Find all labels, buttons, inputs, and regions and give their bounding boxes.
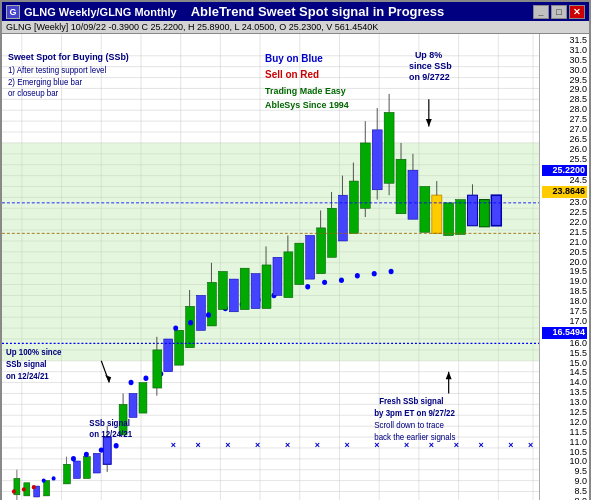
svg-rect-148 [328, 208, 337, 257]
svg-rect-101 [175, 330, 184, 365]
svg-text:×: × [528, 440, 534, 450]
svg-rect-174 [479, 200, 489, 227]
svg-text:2) Emerging blue bar: 2) Emerging blue bar [8, 77, 82, 87]
window-controls: _ □ ✕ [533, 5, 585, 19]
maximize-button[interactable]: □ [551, 5, 567, 19]
svg-point-69 [22, 487, 26, 491]
svg-rect-136 [229, 279, 238, 312]
svg-rect-90 [129, 393, 137, 417]
svg-rect-154 [360, 143, 370, 208]
chart-main: × × × × [2, 34, 539, 500]
svg-rect-152 [349, 181, 358, 233]
svg-rect-77 [93, 453, 100, 473]
svg-text:SSb signal: SSb signal [6, 359, 47, 369]
svg-text:by 3pm ET on 9/27/22: by 3pm ET on 9/27/22 [374, 408, 455, 418]
svg-rect-175 [491, 195, 501, 226]
close-button[interactable]: ✕ [569, 5, 585, 19]
svg-rect-171 [456, 200, 466, 235]
svg-rect-160 [384, 112, 394, 183]
svg-rect-168 [432, 195, 442, 233]
svg-point-117 [339, 277, 344, 282]
svg-text:on 9/2722: on 9/2722 [409, 71, 450, 81]
main-window: G GLNG Weekly/GLNG Monthly AbleTrend Swe… [0, 0, 591, 500]
svg-rect-163 [396, 159, 406, 213]
svg-text:Up 100% since: Up 100% since [6, 347, 62, 357]
chart-title-header: AbleTrend Sweet Spot signal in Progress [191, 4, 445, 19]
chart-area: × × × × [2, 34, 589, 500]
svg-rect-142 [284, 252, 293, 298]
svg-rect-150 [338, 195, 347, 241]
svg-rect-97 [153, 350, 162, 388]
svg-text:Sell on Red: Sell on Red [265, 68, 319, 79]
svg-text:since SSb: since SSb [409, 60, 452, 70]
svg-point-94 [129, 380, 134, 385]
minimize-button[interactable]: _ [533, 5, 549, 19]
svg-rect-135 [218, 271, 227, 309]
svg-text:×: × [255, 440, 261, 450]
svg-text:Sweet Spot for Buying (SSb): Sweet Spot for Buying (SSb) [8, 52, 129, 62]
svg-rect-91 [139, 383, 147, 414]
svg-rect-104 [197, 295, 206, 330]
svg-rect-165 [408, 170, 418, 219]
svg-rect-170 [444, 203, 454, 236]
svg-point-115 [305, 284, 310, 289]
svg-text:AbleSys Since 1994: AbleSys Since 1994 [265, 100, 350, 110]
svg-rect-144 [295, 243, 304, 284]
svg-point-107 [173, 325, 178, 330]
svg-rect-105 [207, 282, 216, 326]
svg-text:×: × [315, 440, 321, 450]
svg-rect-157 [372, 130, 382, 190]
info-bar: GLNG [Weekly] 10/09/22 -0.3900 C 25.2200… [2, 21, 589, 34]
svg-point-85 [84, 452, 89, 457]
chart-svg: × × × × [2, 34, 539, 500]
title-bar: G GLNG Weekly/GLNG Monthly AbleTrend Swe… [2, 2, 589, 21]
svg-text:Buy on Blue: Buy on Blue [265, 53, 323, 64]
window-title: GLNG Weekly/GLNG Monthly [24, 6, 177, 18]
price-255: 25.5 [542, 155, 587, 165]
svg-rect-78 [103, 437, 111, 464]
svg-rect-102 [186, 306, 195, 347]
svg-text:Fresh SSb signal: Fresh SSb signal [379, 396, 443, 406]
svg-rect-138 [251, 274, 260, 309]
svg-text:Scroll down to trace: Scroll down to trace [374, 420, 444, 430]
svg-text:Up 8%: Up 8% [415, 50, 443, 60]
svg-point-84 [71, 456, 76, 461]
svg-point-109 [206, 312, 211, 317]
svg-rect-167 [420, 187, 430, 233]
svg-rect-137 [240, 268, 249, 309]
svg-point-95 [143, 376, 148, 381]
svg-rect-146 [317, 228, 326, 274]
svg-text:on 12/24/21: on 12/24/21 [6, 371, 49, 381]
svg-text:×: × [171, 440, 177, 450]
svg-point-68 [12, 489, 16, 493]
svg-rect-57 [2, 143, 539, 361]
svg-text:1) After testing support level: 1) After testing support level [8, 65, 106, 75]
svg-text:or closeup bar: or closeup bar [8, 88, 58, 98]
svg-point-70 [32, 485, 36, 489]
svg-text:×: × [508, 440, 514, 450]
svg-text:on 12/24/21: on 12/24/21 [89, 429, 132, 439]
svg-rect-141 [273, 257, 282, 295]
svg-text:×: × [344, 440, 350, 450]
svg-point-116 [322, 280, 327, 285]
ohlcv-data: GLNG [Weekly] 10/09/22 -0.3900 C 25.2200… [6, 22, 378, 32]
svg-rect-139 [262, 265, 271, 309]
price-170: 17.0 [542, 317, 587, 327]
title-bar-left: G GLNG Weekly/GLNG Monthly AbleTrend Swe… [6, 4, 444, 19]
price-axis: 31.5 31.0 30.5 30.0 29.5 29.0 28.5 28.0 … [539, 34, 589, 500]
svg-point-72 [52, 476, 56, 480]
svg-point-86 [99, 447, 104, 452]
svg-rect-172 [468, 195, 478, 226]
svg-point-119 [372, 271, 377, 276]
svg-rect-73 [64, 464, 71, 484]
svg-text:×: × [285, 440, 291, 450]
svg-text:back the earlier signals: back the earlier signals [374, 432, 455, 442]
svg-rect-76 [83, 457, 90, 479]
svg-text:×: × [225, 440, 231, 450]
svg-point-71 [42, 478, 46, 482]
svg-point-108 [188, 320, 193, 325]
price-ssb: 16.5494 [542, 327, 587, 339]
svg-point-120 [389, 269, 394, 274]
svg-text:×: × [196, 440, 202, 450]
svg-text:Trading Made Easy: Trading Made Easy [265, 86, 347, 96]
